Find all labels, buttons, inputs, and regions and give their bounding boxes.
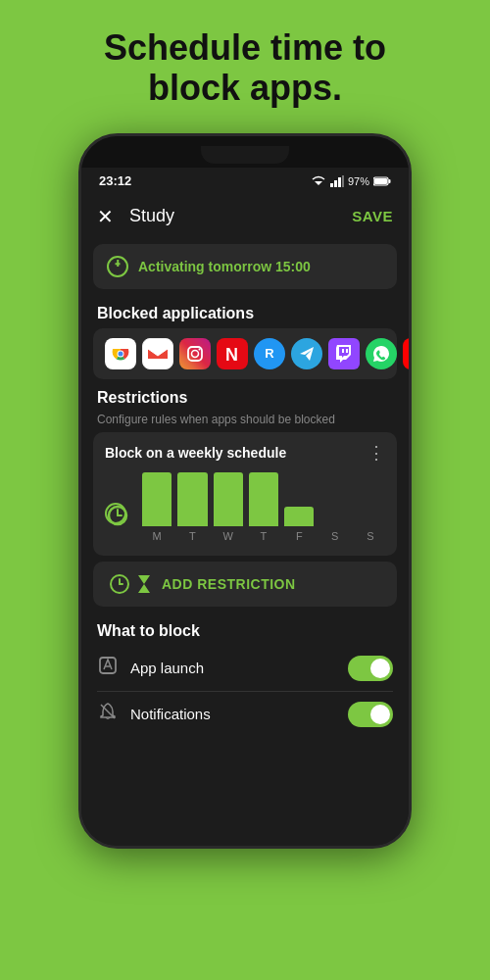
status-icons: 97% [311, 175, 391, 187]
phone-mockup: 23:12 97% [78, 133, 412, 849]
activation-text: Activating tomorrow 15:00 [138, 259, 311, 274]
svg-rect-1 [330, 183, 333, 187]
clock-icon [107, 256, 128, 277]
svg-rect-17 [346, 349, 348, 353]
svg-point-11 [119, 351, 123, 356]
app-launch-icon [97, 656, 119, 680]
schedule-bars[interactable]: M T W T F S S [142, 473, 385, 546]
day-label-4: F [296, 530, 303, 542]
day-label-0: M [153, 530, 162, 542]
svg-rect-3 [338, 177, 341, 187]
wifi-icon [311, 175, 326, 187]
close-button[interactable]: ✕ [97, 205, 114, 228]
schedule-title: Block on a weekly schedule [105, 445, 286, 461]
svg-rect-6 [389, 179, 391, 183]
schedule-more-button[interactable]: ⋮ [368, 442, 385, 464]
notifications-icon [97, 702, 119, 726]
blocked-apps-heading: Blocked applications [81, 295, 409, 328]
day-col-w-2[interactable]: W [214, 472, 243, 542]
svg-rect-18 [342, 349, 344, 353]
schedule-card: Block on a weekly schedule ⋮ [93, 432, 397, 556]
notifications-toggle[interactable] [348, 702, 393, 727]
phone-notch [81, 136, 409, 168]
block-item-notifications: Notifications [81, 692, 409, 737]
add-restriction-button[interactable]: ADD RESTRICTION [93, 562, 397, 607]
day-label-2: W [223, 530, 233, 542]
restrictions-heading: Restrictions [81, 379, 409, 413]
app-chrome[interactable] [105, 338, 136, 369]
day-label-5: S [331, 530, 338, 542]
day-col-t-3[interactable]: T [249, 472, 278, 542]
svg-point-15 [199, 348, 201, 350]
app-twitch[interactable] [328, 338, 360, 369]
screen-title: Study [129, 206, 352, 226]
app-instagram[interactable] [179, 338, 211, 369]
save-button[interactable]: SAVE [352, 208, 393, 224]
app-launch-label: App launch [130, 660, 336, 676]
apps-row: N R [93, 328, 397, 379]
day-label-6: S [367, 530, 373, 542]
day-label-1: T [189, 530, 196, 542]
app-telegram[interactable] [291, 338, 322, 369]
app-relay[interactable]: R [254, 338, 285, 369]
svg-point-14 [192, 350, 199, 357]
schedule-clock-icon [105, 503, 126, 524]
svg-rect-4 [342, 175, 344, 187]
day-col-s-6[interactable]: S [356, 526, 385, 542]
signal-icon [330, 175, 344, 187]
restrictions-subtext: Configure rules when apps should be bloc… [81, 413, 409, 432]
add-restriction-label: ADD RESTRICTION [162, 576, 296, 592]
what-to-block-heading: What to block [81, 612, 409, 646]
app-gmail[interactable] [142, 338, 173, 369]
app-netflix[interactable]: N [217, 338, 248, 369]
status-bar: 23:12 97% [81, 168, 409, 195]
battery-icon [373, 176, 391, 186]
svg-rect-7 [374, 178, 387, 184]
activation-banner: Activating tomorrow 15:00 [93, 244, 397, 289]
day-col-s-5[interactable]: S [319, 526, 349, 542]
app-youtube[interactable] [403, 338, 409, 369]
hourglass-icon [136, 573, 152, 595]
battery-text: 97% [348, 175, 369, 187]
headline: Schedule time to block apps. [65, 0, 425, 128]
svg-text:N: N [225, 345, 238, 364]
app-launch-toggle[interactable] [348, 656, 393, 681]
app-whatsapp[interactable] [366, 338, 397, 369]
clock-small-icon [109, 573, 130, 595]
svg-marker-0 [315, 181, 322, 185]
status-time: 23:12 [99, 173, 131, 188]
day-col-m-0[interactable]: M [142, 472, 172, 542]
block-item-app-launch: App launch [81, 646, 409, 691]
day-label-3: T [261, 530, 268, 542]
top-bar: ✕ Study SAVE [81, 195, 409, 238]
day-col-f-4[interactable]: F [284, 507, 314, 542]
svg-rect-2 [334, 180, 337, 187]
day-col-t-1[interactable]: T [177, 472, 207, 542]
notifications-label: Notifications [130, 706, 336, 722]
screen-content: ✕ Study SAVE Activating tomorrow 15:00 B… [81, 195, 409, 846]
